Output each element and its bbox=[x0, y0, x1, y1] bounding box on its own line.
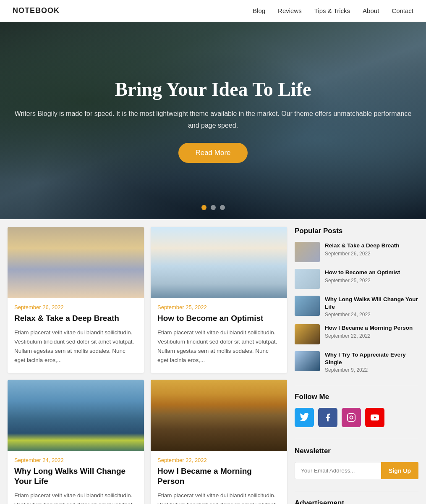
twitter-icon[interactable] bbox=[295, 408, 314, 427]
popular-post-2-title: How to Become an Optimist bbox=[325, 269, 400, 276]
newsletter-heading: Newsletter bbox=[295, 447, 418, 455]
hero-dot-1[interactable] bbox=[201, 205, 206, 210]
post-card-2: September 25, 2022 How to Become an Opti… bbox=[151, 227, 287, 373]
nav-link-blog: Blog bbox=[253, 7, 265, 15]
divider-3 bbox=[295, 491, 418, 491]
hero-dot-3[interactable] bbox=[220, 205, 225, 210]
popular-posts-section: Popular Posts Relax & Take a Deep Breath… bbox=[295, 227, 418, 373]
post-card-4-image bbox=[151, 380, 287, 451]
follow-heading: Follow Me bbox=[295, 393, 418, 401]
newsletter-email-input[interactable] bbox=[295, 462, 381, 479]
post-card-1-excerpt: Etiam placerat velit vitae dui blandit s… bbox=[14, 328, 137, 365]
post-card-1-body: September 26, 2022 Relax & Take a Deep B… bbox=[8, 298, 144, 373]
post-card-3: September 24, 2022 Why Long Walks Will C… bbox=[8, 380, 144, 504]
popular-post-5-date: September 9, 2022 bbox=[325, 367, 418, 373]
newsletter-section: Newsletter Sign Up bbox=[295, 447, 418, 479]
post-card-4: September 22, 2022 How I Became a Mornin… bbox=[151, 380, 287, 504]
follow-section: Follow Me bbox=[295, 393, 418, 427]
youtube-icon[interactable] bbox=[365, 408, 384, 427]
newsletter-signup-button[interactable]: Sign Up bbox=[381, 462, 418, 479]
posts-grid: September 26, 2022 Relax & Take a Deep B… bbox=[8, 227, 287, 504]
popular-post-1[interactable]: Relax & Take a Deep Breath September 26,… bbox=[295, 242, 418, 262]
post-card-2-excerpt: Etiam placerat velit vitae dui blandit s… bbox=[157, 328, 280, 365]
post-card-4-body: September 22, 2022 How I Became a Mornin… bbox=[151, 451, 287, 504]
hero-title: Bring Your Idea To Life bbox=[8, 78, 418, 100]
popular-post-1-info: Relax & Take a Deep Breath September 26,… bbox=[325, 242, 400, 257]
nav-link-anchor-blog[interactable]: Blog bbox=[253, 7, 265, 14]
advertisement-section: Advertisement Advertisement bbox=[295, 499, 418, 504]
sidebar: Popular Posts Relax & Take a Deep Breath… bbox=[295, 227, 418, 504]
popular-post-5-title: Why I Try To Appreciate Every Single bbox=[325, 351, 418, 366]
nav-link-tips-&-tricks: Tips & Tricks bbox=[314, 7, 350, 15]
main-layout: September 26, 2022 Relax & Take a Deep B… bbox=[0, 219, 426, 504]
advertisement-heading: Advertisement bbox=[295, 499, 418, 504]
popular-post-4-title: How I Became a Morning Person bbox=[325, 324, 413, 332]
post-card-4-title[interactable]: How I Became a Morning Person bbox=[157, 466, 280, 487]
hero-read-more-button[interactable]: Read More bbox=[178, 143, 247, 163]
hero-dot-2[interactable] bbox=[211, 205, 216, 210]
hero-content: Bring Your Idea To Life Writers Blogily … bbox=[0, 78, 426, 163]
hero-subtitle: Writers Blogily is made for speed. It is… bbox=[8, 108, 418, 131]
navbar: NOTEBOOK BlogReviewsTips & TricksAboutCo… bbox=[0, 0, 426, 22]
popular-post-5-image bbox=[295, 351, 320, 371]
nav-link-anchor-reviews[interactable]: Reviews bbox=[278, 7, 302, 14]
popular-post-5[interactable]: Why I Try To Appreciate Every Single Sep… bbox=[295, 351, 418, 373]
post-card-2-image bbox=[151, 227, 287, 298]
post-card-3-title[interactable]: Why Long Walks Will Change Your Life bbox=[14, 466, 137, 487]
post-card-1-image bbox=[8, 227, 144, 298]
post-card-2-body: September 25, 2022 How to Become an Opti… bbox=[151, 298, 287, 373]
popular-post-1-title: Relax & Take a Deep Breath bbox=[325, 242, 400, 249]
post-card-4-excerpt: Etiam placerat velit vitae dui blandit s… bbox=[157, 491, 280, 504]
social-icons bbox=[295, 408, 418, 427]
nav-link-anchor-tips-&-tricks[interactable]: Tips & Tricks bbox=[314, 7, 350, 14]
hero-section: Bring Your Idea To Life Writers Blogily … bbox=[0, 22, 426, 219]
facebook-icon[interactable] bbox=[318, 408, 337, 427]
post-card-3-image bbox=[8, 380, 144, 451]
popular-post-3[interactable]: Why Long Walks Will Change Your Life Sep… bbox=[295, 296, 418, 318]
post-card-1-title[interactable]: Relax & Take a Deep Breath bbox=[14, 313, 137, 324]
post-card-4-date: September 22, 2022 bbox=[157, 457, 280, 463]
divider-1 bbox=[295, 385, 418, 385]
popular-post-2-info: How to Become an Optimist September 25, … bbox=[325, 269, 400, 284]
post-card-3-excerpt: Etiam placerat velit vitae dui blandit s… bbox=[14, 491, 137, 504]
nav-link-anchor-about[interactable]: About bbox=[363, 7, 379, 14]
post-card-1-date: September 26, 2022 bbox=[14, 304, 137, 310]
post-card-2-date: September 25, 2022 bbox=[157, 304, 280, 310]
popular-post-3-date: September 24, 2022 bbox=[325, 312, 418, 318]
site-logo[interactable]: NOTEBOOK bbox=[13, 6, 60, 15]
popular-post-3-image bbox=[295, 296, 320, 316]
popular-post-2-date: September 25, 2022 bbox=[325, 278, 400, 284]
popular-post-1-image bbox=[295, 242, 320, 262]
instagram-icon[interactable] bbox=[342, 408, 361, 427]
nav-links: BlogReviewsTips & TricksAboutContact bbox=[253, 7, 413, 15]
newsletter-form: Sign Up bbox=[295, 462, 418, 479]
post-card-2-title[interactable]: How to Become an Optimist bbox=[157, 313, 280, 324]
posts-row-2: September 24, 2022 Why Long Walks Will C… bbox=[8, 380, 287, 504]
popular-post-2[interactable]: How to Become an Optimist September 25, … bbox=[295, 269, 418, 289]
popular-post-4-info: How I Became a Morning Person September … bbox=[325, 324, 413, 339]
popular-posts-heading: Popular Posts bbox=[295, 227, 418, 235]
nav-link-about: About bbox=[363, 7, 379, 15]
nav-link-contact: Contact bbox=[392, 7, 413, 15]
nav-link-reviews: Reviews bbox=[278, 7, 302, 15]
divider-2 bbox=[295, 439, 418, 439]
popular-post-4-image bbox=[295, 324, 320, 344]
posts-row-1: September 26, 2022 Relax & Take a Deep B… bbox=[8, 227, 287, 373]
popular-post-1-date: September 26, 2022 bbox=[325, 251, 400, 257]
post-card-3-body: September 24, 2022 Why Long Walks Will C… bbox=[8, 451, 144, 504]
popular-post-3-info: Why Long Walks Will Change Your Life Sep… bbox=[325, 296, 418, 318]
popular-post-5-info: Why I Try To Appreciate Every Single Sep… bbox=[325, 351, 418, 373]
popular-post-4-date: September 22, 2022 bbox=[325, 333, 413, 339]
popular-post-3-title: Why Long Walks Will Change Your Life bbox=[325, 296, 418, 310]
popular-post-4[interactable]: How I Became a Morning Person September … bbox=[295, 324, 418, 344]
post-card-1: September 26, 2022 Relax & Take a Deep B… bbox=[8, 227, 144, 373]
post-card-3-date: September 24, 2022 bbox=[14, 457, 137, 463]
popular-post-2-image bbox=[295, 269, 320, 289]
nav-link-anchor-contact[interactable]: Contact bbox=[392, 7, 413, 14]
svg-rect-0 bbox=[348, 414, 355, 421]
hero-dots bbox=[201, 205, 225, 210]
